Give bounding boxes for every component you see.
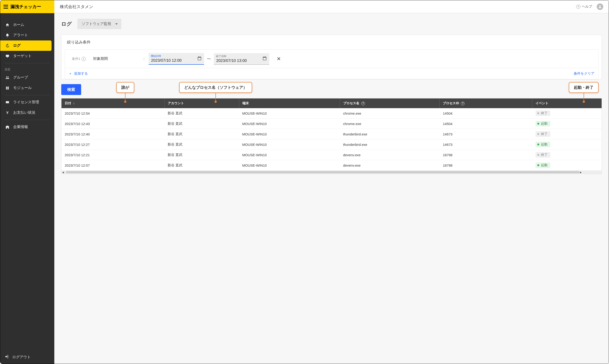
cell-account: 新谷 直武 <box>164 118 239 129</box>
logout-icon <box>5 354 9 360</box>
sidebar-item-module[interactable]: モジュール <box>0 83 52 93</box>
event-badge: 起動 <box>535 121 550 126</box>
cell-pid: 18798 <box>440 160 532 170</box>
cell-account: 新谷 直武 <box>164 160 239 170</box>
license-icon <box>5 100 10 104</box>
scrollbar-thumb[interactable] <box>66 171 579 173</box>
cell-account: 新谷 直武 <box>164 150 239 160</box>
company-icon <box>5 125 10 129</box>
remove-condition-button[interactable]: ✕ <box>277 56 281 62</box>
help-icon[interactable]: ? <box>461 102 465 105</box>
col-account[interactable]: アカウント <box>164 98 239 108</box>
cell-event: 起動 <box>532 160 602 170</box>
cell-event: 終了 <box>532 129 602 139</box>
log-table: 日付 ↓ アカウント 端末 プロセス名 ? プロセスID ? <box>62 98 602 170</box>
settings-section-label: 設定 <box>0 65 54 72</box>
scroll-left-icon[interactable]: ◀ <box>62 171 65 174</box>
end-datetime-label: 終了日時 <box>216 54 267 58</box>
cell-terminal: MOUSE-WIN10 <box>239 118 340 129</box>
grid-icon <box>5 86 10 90</box>
cell-process: thunderbird.exe <box>340 139 440 150</box>
sidebar-item-label: グループ <box>13 75 28 80</box>
filter-panel-title: 絞り込み条件 <box>62 35 602 47</box>
status-dot-icon <box>537 154 539 156</box>
horizontal-scrollbar[interactable]: ◀ ▶ <box>62 170 602 174</box>
sidebar-item-log[interactable]: ログ <box>0 40 52 51</box>
bell-icon <box>5 33 10 38</box>
logout-button[interactable]: ログアウト <box>0 350 54 364</box>
table-row[interactable]: 2023/7/10 12:21新谷 直武MOUSE-WIN10devenv.ex… <box>62 150 602 160</box>
clear-conditions-label: 条件をクリア <box>574 71 595 75</box>
plus-icon: ＋ <box>69 71 72 76</box>
table-row[interactable]: 2023/7/10 12:43新谷 直武MOUSE-WIN10chrome.ex… <box>62 118 602 129</box>
col-process[interactable]: プロセス名 ? <box>340 98 440 108</box>
event-badge: 起動 <box>535 162 550 168</box>
col-event[interactable]: イベント <box>532 98 602 108</box>
cell-date: 2023/7/10 12:07 <box>62 160 164 170</box>
add-condition-button[interactable]: ＋ 追加する <box>69 71 88 76</box>
help-icon[interactable]: ? <box>361 102 365 105</box>
search-button-label: 検索 <box>67 87 75 92</box>
status-dot-icon <box>537 133 539 135</box>
cell-pid: 14504 <box>440 108 532 118</box>
sidebar-item-home[interactable]: ホーム <box>0 20 52 30</box>
sidebar-item-label: モジュール <box>13 86 32 90</box>
log-type-select[interactable]: ソフトウェア監視 <box>78 19 121 29</box>
start-datetime-field[interactable]: 開始日時 2023/07/10 12:00 <box>149 53 204 65</box>
callout-who: 誰が <box>116 82 134 93</box>
avatar[interactable] <box>597 3 603 10</box>
cell-date: 2023/7/10 12:40 <box>62 129 164 139</box>
sidebar-item-label: ホーム <box>13 22 24 27</box>
cell-terminal: MOUSE-WIN10 <box>239 108 340 118</box>
table-row[interactable]: 2023/7/10 12:27新谷 直武MOUSE-WIN10thunderbi… <box>62 139 602 150</box>
help-label: ヘルプ <box>582 4 592 9</box>
select-value: ソフトウェア監視 <box>82 22 111 26</box>
sidebar-item-group[interactable]: グループ <box>0 72 52 83</box>
col-pid[interactable]: プロセスID ? <box>440 98 532 108</box>
event-badge: 終了 <box>535 131 550 137</box>
col-terminal[interactable]: 端末 <box>239 98 340 108</box>
help-link[interactable]: ? ヘルプ <box>576 4 592 9</box>
col-date[interactable]: 日付 ↓ <box>62 98 164 108</box>
clear-conditions-button[interactable]: 条件をクリア <box>574 71 595 76</box>
table-row[interactable]: 2023/7/10 12:54新谷 直武MOUSE-WIN10chrome.ex… <box>62 108 602 118</box>
info-icon[interactable]: i <box>82 57 86 61</box>
cell-pid: 14504 <box>440 118 532 129</box>
status-dot-icon <box>537 123 539 125</box>
scroll-right-icon[interactable]: ▶ <box>579 171 583 174</box>
cell-account: 新谷 直武 <box>164 129 239 139</box>
calendar-icon[interactable] <box>197 56 202 61</box>
cell-pid: 14673 <box>440 139 532 150</box>
cell-pid: 18798 <box>440 150 532 160</box>
cell-process: chrome.exe <box>340 108 440 118</box>
page-title: ログ <box>61 21 72 27</box>
yen-icon: ¥ <box>5 110 10 115</box>
cell-process: devenv.exe <box>340 150 440 160</box>
cell-terminal: MOUSE-WIN10 <box>239 139 340 150</box>
sidebar-header: 漏洩チェッカー <box>0 0 54 13</box>
sidebar-item-target[interactable]: ターゲット <box>0 51 52 61</box>
callout-process: どんなプロセス名（ソフトウェア） <box>179 82 252 93</box>
sidebar-item-label: 企業情報 <box>13 125 28 130</box>
sidebar-item-company[interactable]: 企業情報 <box>0 122 52 132</box>
cell-pid: 14673 <box>440 129 532 139</box>
condition-field-name: 対象期間 <box>93 56 139 61</box>
cell-process: thunderbird.exe <box>340 129 440 139</box>
monitor-icon <box>5 54 10 58</box>
sidebar-item-payment[interactable]: ¥ お支払い状況 <box>0 107 52 118</box>
hamburger-icon[interactable] <box>3 5 8 9</box>
home-icon <box>5 23 10 27</box>
sidebar-item-label: ターゲット <box>13 54 32 58</box>
calendar-icon[interactable] <box>262 56 267 62</box>
end-datetime-field[interactable]: 終了日時 2023/07/10 13:00 <box>214 53 269 65</box>
event-badge: 起動 <box>535 142 550 147</box>
table-row[interactable]: 2023/7/10 12:40新谷 直武MOUSE-WIN10thunderbi… <box>62 129 602 139</box>
cell-event: 終了 <box>532 150 602 160</box>
table-row[interactable]: 2023/7/10 12:07新谷 直武MOUSE-WIN10devenv.ex… <box>62 160 602 170</box>
search-button[interactable]: 検索 <box>61 84 81 95</box>
sidebar-item-license[interactable]: ライセンス管理 <box>0 97 52 107</box>
sidebar-item-alert[interactable]: アラート <box>0 30 52 40</box>
cell-event: 終了 <box>532 108 602 118</box>
end-datetime-value: 2023/07/10 13:00 <box>216 58 267 64</box>
logout-label: ログアウト <box>12 355 31 360</box>
